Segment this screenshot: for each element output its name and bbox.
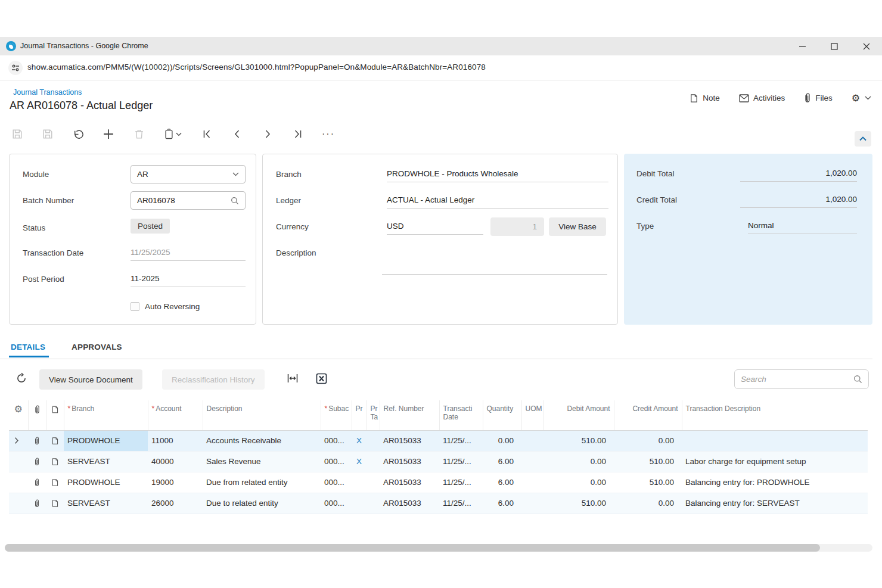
tab-approvals[interactable]: APPROVALS (72, 343, 122, 351)
description-textarea[interactable] (382, 244, 607, 275)
cell-subaccount[interactable]: 000... (321, 472, 352, 493)
cell-project[interactable] (352, 493, 367, 514)
row-indicator-cell[interactable] (9, 493, 28, 514)
tab-details[interactable]: DETAILS (11, 343, 45, 351)
col-header-credit-amount[interactable]: *Credit Amount (614, 400, 682, 430)
ledger-field[interactable]: ACTUAL - Actual Ledger (387, 191, 608, 209)
url-text[interactable]: show.acumatica.com/PMM5/(W(10002))/Scrip… (27, 63, 486, 71)
files-button[interactable]: Files (804, 93, 833, 103)
cell-description[interactable]: Due from related entity (203, 472, 321, 493)
col-header-branch[interactable]: *Branch (64, 400, 148, 430)
cell-ref-number[interactable]: AR015033 (380, 451, 439, 472)
collapse-summary-button[interactable] (855, 131, 871, 147)
table-row[interactable]: SERVEAST 26000 Due to related entity 000… (9, 493, 868, 514)
cell-debit-amount[interactable]: 0.00 (543, 451, 614, 472)
cell-credit-amount[interactable]: 0.00 (614, 430, 682, 451)
cell-uom[interactable] (521, 472, 543, 493)
cell-uom[interactable] (521, 430, 543, 451)
cell-description[interactable]: Sales Revenue (203, 451, 321, 472)
cell-debit-amount[interactable]: 510.00 (543, 493, 614, 514)
cell-credit-amount[interactable]: 510.00 (614, 472, 682, 493)
cell-project[interactable]: X (352, 430, 367, 451)
cell-ref-number[interactable]: AR015033 (380, 430, 439, 451)
breadcrumb[interactable]: Journal Transactions (13, 88, 82, 97)
minimize-button[interactable] (797, 42, 807, 51)
scrollbar-thumb[interactable] (5, 544, 820, 552)
activities-button[interactable]: Activities (739, 94, 785, 102)
chevron-down-icon[interactable] (232, 172, 239, 176)
table-row[interactable]: PRODWHOLE 11000 Accounts Receivable 000.… (9, 430, 868, 451)
cell-transaction-description[interactable]: Balancing entry for: SERVEAST (682, 493, 868, 514)
last-record-button[interactable] (291, 127, 305, 141)
cell-project-task[interactable] (367, 451, 380, 472)
horizontal-scrollbar[interactable] (5, 544, 872, 552)
search-icon[interactable] (853, 375, 862, 384)
lookup-icon[interactable] (231, 197, 239, 205)
currency-field[interactable]: USD (387, 217, 483, 235)
cell-quantity[interactable]: 6.00 (483, 472, 521, 493)
table-row[interactable]: SERVEAST 40000 Sales Revenue 000... X AR… (9, 451, 868, 472)
cell-debit-amount[interactable]: 0.00 (543, 472, 614, 493)
save-button[interactable] (41, 127, 54, 141)
row-attach-cell[interactable] (28, 451, 46, 472)
cell-branch[interactable]: PRODWHOLE (64, 430, 148, 451)
row-note-cell[interactable] (46, 451, 64, 472)
cell-account[interactable]: 11000 (148, 430, 203, 451)
export-excel-icon[interactable] (316, 373, 327, 384)
row-note-cell[interactable] (46, 493, 64, 514)
col-header-quantity[interactable]: *Quantity (483, 400, 521, 430)
cell-quantity[interactable]: 0.00 (483, 430, 521, 451)
row-attach-cell[interactable] (28, 493, 46, 514)
row-attach-cell[interactable] (28, 472, 46, 493)
cell-project-task[interactable] (367, 430, 380, 451)
next-record-button[interactable] (261, 127, 274, 141)
row-attach-cell[interactable] (28, 430, 46, 451)
cell-transaction-date[interactable]: 11/25/... (439, 472, 483, 493)
col-header-project-task[interactable]: *Pr Ta (367, 400, 380, 430)
previous-record-button[interactable] (231, 127, 244, 141)
close-button[interactable] (862, 42, 871, 51)
cell-subaccount[interactable]: 000... (321, 451, 352, 472)
cell-credit-amount[interactable]: 510.00 (614, 451, 682, 472)
cell-transaction-description[interactable]: Labor charge for equipment setup (682, 451, 868, 472)
grid-settings-header[interactable]: ⚙ (9, 400, 28, 430)
cell-branch[interactable]: SERVEAST (64, 493, 148, 514)
screen-settings-button[interactable]: ⚙ (852, 94, 871, 103)
row-note-cell[interactable] (46, 472, 64, 493)
cell-subaccount[interactable]: 000... (321, 493, 352, 514)
cell-quantity[interactable]: 6.00 (483, 493, 521, 514)
copy-paste-button[interactable] (163, 127, 183, 141)
cell-transaction-date[interactable]: 11/25/... (439, 493, 483, 514)
row-indicator-cell[interactable] (9, 472, 28, 493)
more-actions-button[interactable]: ··· (322, 127, 335, 141)
col-header-account[interactable]: *Account (148, 400, 203, 430)
cell-project[interactable]: X (352, 451, 367, 472)
grid-search-input[interactable] (741, 375, 853, 384)
cell-account[interactable]: 19000 (148, 472, 203, 493)
cell-uom[interactable] (521, 451, 543, 472)
module-select[interactable]: AR (131, 165, 246, 183)
cell-description[interactable]: Accounts Receivable (203, 430, 321, 451)
grid-search[interactable] (734, 369, 869, 389)
cell-project-task[interactable] (367, 472, 380, 493)
fit-width-icon[interactable] (287, 374, 299, 383)
cell-transaction-date[interactable]: 11/25/... (439, 430, 483, 451)
cell-subaccount[interactable]: 000... (321, 430, 352, 451)
col-header-uom[interactable]: *UOM (521, 400, 543, 430)
col-header-subaccount[interactable]: *Subac (321, 400, 352, 430)
col-header-debit-amount[interactable]: *Debit Amount (543, 400, 614, 430)
cell-ref-number[interactable]: AR015033 (380, 472, 439, 493)
row-note-cell[interactable] (46, 430, 64, 451)
delete-button[interactable] (132, 127, 145, 141)
note-button[interactable]: Note (690, 94, 720, 103)
auto-reversing-checkbox[interactable] (131, 302, 139, 311)
save-close-button[interactable] (11, 127, 24, 141)
cell-debit-amount[interactable]: 510.00 (543, 430, 614, 451)
cell-branch[interactable]: PRODWHOLE (64, 472, 148, 493)
cell-credit-amount[interactable]: 0.00 (614, 493, 682, 514)
row-indicator-cell[interactable] (9, 451, 28, 472)
col-header-description[interactable]: *Description (203, 400, 321, 430)
cell-branch[interactable]: SERVEAST (64, 451, 148, 472)
col-header-ref-number[interactable]: *Ref. Number (380, 400, 439, 430)
cell-description[interactable]: Due to related entity (203, 493, 321, 514)
